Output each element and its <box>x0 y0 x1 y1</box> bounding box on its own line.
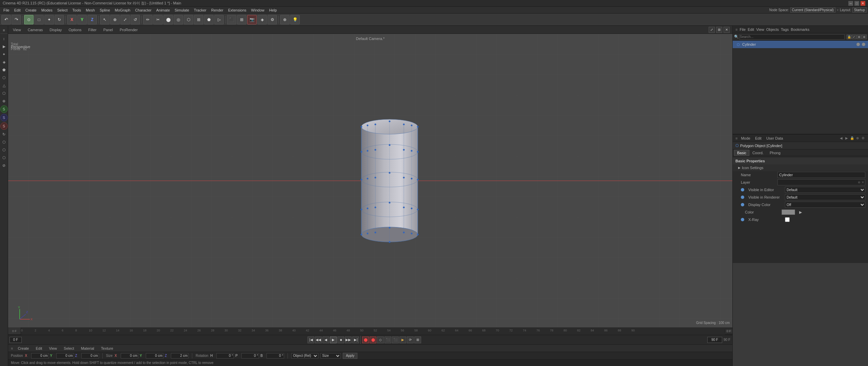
menu-extensions[interactable]: Extensions <box>226 7 249 13</box>
tab-texture[interactable]: Texture <box>99 346 115 351</box>
viewport-3d[interactable]: Total Points 82 Perspective Default Came… <box>8 34 732 327</box>
obj-mgr-bookmarks[interactable]: Bookmarks <box>791 27 809 32</box>
magnet-btn[interactable]: ◎ <box>174 15 183 24</box>
close-button[interactable]: ✕ <box>861 1 865 6</box>
sidebar-layers2[interactable]: ⬡ <box>0 146 8 154</box>
z-axis-btn[interactable]: Z <box>87 15 97 24</box>
menu-spline[interactable]: Spline <box>98 7 112 13</box>
vp-tab-view[interactable]: View <box>11 27 23 33</box>
sidebar-weld[interactable]: ⬠ <box>0 89 8 97</box>
z-pos-input[interactable] <box>81 353 99 359</box>
menu-mograph[interactable]: MoGraph <box>113 7 133 13</box>
grid-btn[interactable]: ⊞ <box>414 337 421 343</box>
basic-props-section[interactable]: Basic Properties <box>733 158 868 164</box>
vis-dot-renderer[interactable] <box>862 43 865 46</box>
vp-tab-display[interactable]: Display <box>47 27 64 33</box>
attr-settings-btn[interactable]: ⚙ <box>861 136 865 141</box>
menu-tracker[interactable]: Tracker <box>192 7 209 13</box>
menu-simulate[interactable]: Simulate <box>173 7 191 13</box>
vp-close-btn[interactable]: ✕ <box>724 27 730 33</box>
maximize-button[interactable]: □ <box>854 1 859 6</box>
stop-btn[interactable]: ■ <box>337 337 344 343</box>
menu-render[interactable]: Render <box>209 7 225 13</box>
vp-tab-panel[interactable]: Panel <box>101 27 115 33</box>
vp-lock-btn[interactable]: ⤢ <box>709 27 715 33</box>
go-to-start-btn[interactable]: |◀ <box>308 337 314 343</box>
prop-vis-renderer-select[interactable]: Default On Off <box>785 194 865 200</box>
current-frame-input[interactable] <box>707 337 722 343</box>
vp-tab-prorender[interactable]: ProRender <box>118 27 140 33</box>
obj-mgr-btn-3[interactable]: ⊕ <box>857 35 862 39</box>
menu-mesh[interactable]: Mesh <box>84 7 97 13</box>
obj-mgr-edit[interactable]: Edit <box>748 27 754 32</box>
marker-btn[interactable]: ⬛ <box>392 337 399 343</box>
render-settings-btn[interactable]: ⚙ <box>268 15 277 24</box>
y-axis-btn[interactable]: Y <box>77 15 87 24</box>
select-tool-btn[interactable]: ↖ <box>100 15 110 24</box>
menu-window[interactable]: Window <box>249 7 267 13</box>
obj-row-cylinder[interactable]: ⬡ Cylinder <box>733 41 868 48</box>
sidebar-layers3[interactable]: ⬡ <box>0 154 8 161</box>
menu-tools[interactable]: Tools <box>70 7 83 13</box>
vp-fit-btn[interactable]: ⊞ <box>716 27 722 33</box>
motion-btn[interactable]: ⬛ <box>384 337 391 343</box>
obj-mgr-btn-1[interactable]: 🔒 <box>847 35 851 39</box>
attr-lock-btn[interactable]: 🔒 <box>850 136 854 141</box>
attr-edit-tab[interactable]: Edit <box>754 136 763 141</box>
prop-color-arrow[interactable]: ▶ <box>799 210 802 215</box>
brush-btn[interactable]: ⬤ <box>163 15 173 24</box>
attr-back-btn[interactable]: ◀ <box>839 136 844 141</box>
x-axis-btn[interactable]: X <box>67 15 77 24</box>
obj-search-input[interactable] <box>739 34 845 40</box>
sidebar-move[interactable]: ↕ <box>0 35 8 42</box>
z-size-input[interactable] <box>171 353 189 359</box>
display-btn[interactable]: ◈ <box>257 15 267 24</box>
anim-mode-btn[interactable]: ↻ <box>55 15 64 24</box>
cycle-btn[interactable]: ⟳ <box>407 337 414 343</box>
loop-cut-btn[interactable]: ▷ <box>214 15 224 24</box>
b-rot-input[interactable] <box>267 353 284 359</box>
attr-fwd-btn[interactable]: ▶ <box>844 136 849 141</box>
tab-material[interactable]: Material <box>79 346 96 351</box>
obj-mgr-tags[interactable]: Tags <box>781 27 789 32</box>
sidebar-layers1[interactable]: ⬡ <box>0 138 8 146</box>
light-btn[interactable]: 💡 <box>290 15 300 24</box>
sidebar-bottom[interactable]: ⊘ <box>0 162 8 169</box>
sidebar-deformer2[interactable]: S <box>0 114 8 121</box>
scale-tool-btn[interactable]: ⤢ <box>120 15 130 24</box>
apply-button[interactable]: Apply <box>343 353 357 359</box>
obj-mgr-objects[interactable]: Objects <box>766 27 779 32</box>
poly-pen-btn[interactable]: ✏ <box>143 15 153 24</box>
menu-character[interactable]: Character <box>133 7 153 13</box>
redo-button[interactable]: ↷ <box>12 15 21 24</box>
attr-basic-tab[interactable]: Basic <box>734 150 749 156</box>
tab-view[interactable]: View <box>47 346 59 351</box>
prop-name-input[interactable] <box>777 172 865 178</box>
mirror-btn[interactable]: ⬡ <box>184 15 193 24</box>
sidebar-icon-1[interactable]: ≡ <box>0 26 8 34</box>
play-back-btn[interactable]: ◀ <box>322 337 329 343</box>
timeline-numbers[interactable]: 0 2 4 6 8 10 12 14 16 18 20 22 24 26 28 … <box>21 327 725 335</box>
obj-mgr-btn-4[interactable]: ⊗ <box>862 35 867 39</box>
rotate-tool-btn[interactable]: ↺ <box>131 15 140 24</box>
vis-dot-editor[interactable] <box>856 43 860 46</box>
keyframe-btn[interactable]: ◇ <box>377 337 384 343</box>
vp-tab-options[interactable]: Options <box>66 27 83 33</box>
icon-settings-section[interactable]: ▶ Icon Settings <box>733 164 868 171</box>
menu-create[interactable]: Create <box>23 7 39 13</box>
attr-mode-tab[interactable]: Mode <box>739 136 752 141</box>
sidebar-model[interactable]: ⬡ <box>0 74 8 81</box>
node-space-value[interactable]: Current (Standard/Physical) <box>790 7 835 13</box>
y-pos-input[interactable] <box>56 353 74 359</box>
autokey-btn[interactable]: ⬤ <box>370 337 376 343</box>
x-size-input[interactable] <box>121 353 138 359</box>
obj-mgr-view[interactable]: View <box>756 27 764 32</box>
render-btn[interactable]: 📷 <box>247 15 257 24</box>
obj-mgr-file[interactable]: File <box>739 27 746 32</box>
attr-phong-tab[interactable]: Phong <box>767 150 784 156</box>
view-2-btn[interactable]: ⊞ <box>237 15 246 24</box>
menu-modes[interactable]: Modes <box>39 7 55 13</box>
coord-system-select[interactable]: Object (Rel) World <box>291 353 318 359</box>
attr-coord-tab[interactable]: Coord. <box>749 150 767 156</box>
sidebar-add[interactable]: ⊕ <box>0 97 8 105</box>
